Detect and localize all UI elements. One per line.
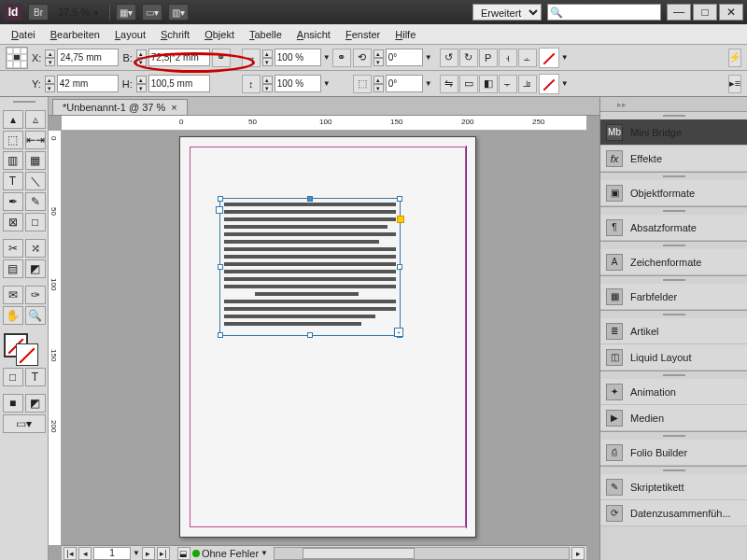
- scale-y-spinner[interactable]: ▴▾: [262, 76, 273, 92]
- close-tab-icon[interactable]: ×: [171, 102, 176, 113]
- stroke-swatch-icon[interactable]: [539, 74, 559, 94]
- fill-stroke-swatches[interactable]: [3, 332, 46, 366]
- align-icon[interactable]: ⫞: [499, 49, 517, 67]
- view-options-icon[interactable]: ▦▾: [116, 4, 136, 21]
- menu-object[interactable]: Objekt: [199, 27, 240, 42]
- line-tool[interactable]: ＼: [25, 172, 46, 190]
- first-page-button[interactable]: |◂: [63, 547, 77, 560]
- menu-view[interactable]: Ansicht: [291, 27, 336, 42]
- apply-gradient-icon[interactable]: ◩: [25, 394, 46, 413]
- arrange-icon[interactable]: ▥▾: [168, 4, 189, 21]
- out-port-icon[interactable]: [397, 216, 404, 223]
- formatting-container-icon[interactable]: □: [3, 368, 23, 386]
- menu-layout[interactable]: Layout: [109, 27, 151, 42]
- page-number-field[interactable]: [93, 547, 131, 560]
- panel-folio-builder[interactable]: ⎙Folio Builder: [600, 440, 747, 466]
- panel-menu-icon[interactable]: ▸≡: [728, 75, 741, 93]
- transform-tool[interactable]: ⤮: [25, 239, 46, 258]
- text-frame[interactable]: +: [219, 198, 401, 336]
- workspace-switcher[interactable]: Erweitert: [472, 4, 542, 21]
- rotate-spinner[interactable]: ▴▾: [374, 49, 384, 66]
- bridge-icon[interactable]: Br: [28, 4, 49, 21]
- preflight-status-label[interactable]: Ohne Fehler: [202, 548, 259, 559]
- last-page-button[interactable]: ▸|: [157, 547, 170, 560]
- w-spinner[interactable]: ▴▾: [136, 49, 147, 66]
- zoom-tool[interactable]: 🔍: [25, 306, 46, 325]
- y-spinner[interactable]: ▴▾: [45, 76, 55, 92]
- flip-h-icon[interactable]: ⇋: [440, 75, 458, 93]
- rectangle-tool[interactable]: □: [25, 213, 46, 231]
- prev-page-button[interactable]: ◂: [78, 547, 92, 560]
- direct-selection-tool[interactable]: ▵: [25, 110, 46, 129]
- panel-skriptetikett[interactable]: ✎Skriptetikett: [600, 474, 747, 500]
- x-spinner[interactable]: ▴▾: [45, 49, 55, 66]
- minimize-button[interactable]: —: [667, 4, 691, 21]
- panel-zeichenformate[interactable]: AZeichenformate: [600, 249, 747, 275]
- quick-apply-icon[interactable]: ⚡: [728, 49, 741, 67]
- panel-datenzusammenfuehrung[interactable]: ⟳Datenzusammenfüh...: [600, 500, 747, 526]
- constrain-scale-icon[interactable]: ⚭: [332, 49, 351, 67]
- select-container-icon[interactable]: ▭: [459, 75, 478, 93]
- horizontal-scrollbar[interactable]: [274, 547, 570, 560]
- x-field[interactable]: [57, 49, 119, 66]
- view-mode-icon[interactable]: ▭▾: [3, 414, 46, 433]
- panel-absatzformate[interactable]: ¶Absatzformate: [600, 215, 747, 241]
- pen-tool[interactable]: ✒: [3, 192, 23, 211]
- rectangle-frame-tool[interactable]: ⊠: [3, 213, 23, 231]
- screen-mode-icon[interactable]: ▭▾: [142, 4, 162, 21]
- align-v-icon[interactable]: ⫟: [499, 75, 517, 93]
- selection-tool[interactable]: ▴: [3, 110, 23, 129]
- next-page-button[interactable]: ▸: [142, 547, 155, 560]
- menu-help[interactable]: Hilfe: [389, 27, 421, 42]
- document-tab[interactable]: *Unbenannt-1 @ 37 %×: [52, 99, 188, 115]
- close-button[interactable]: ✕: [719, 4, 743, 21]
- panel-objektformate[interactable]: ▣Objektformate: [600, 180, 747, 206]
- in-port-icon[interactable]: [216, 206, 223, 214]
- hand-tool[interactable]: ✋: [3, 306, 23, 325]
- y-field[interactable]: [57, 75, 119, 92]
- scale-x-field[interactable]: [275, 49, 321, 66]
- gradient-swatch-tool[interactable]: ▤: [3, 259, 23, 278]
- collapse-panels-button[interactable]: ▸▸: [600, 97, 747, 112]
- gradient-feather-tool[interactable]: ◩: [25, 259, 46, 278]
- fill-swatch-icon[interactable]: [539, 48, 559, 68]
- vertical-ruler[interactable]: 0 50 100 150 200: [49, 131, 62, 545]
- content-collector-tool[interactable]: ▥: [3, 151, 23, 170]
- reference-point-grid[interactable]: [6, 47, 28, 69]
- distribute-v-icon[interactable]: ⫡: [518, 75, 537, 93]
- panel-liquid-layout[interactable]: ◫Liquid Layout: [600, 344, 747, 371]
- zoom-display[interactable]: 37,5 % ▼: [54, 7, 104, 18]
- pencil-tool[interactable]: ✎: [25, 192, 46, 211]
- shear-spinner[interactable]: ▴▾: [374, 76, 384, 92]
- page[interactable]: +: [179, 136, 476, 538]
- panel-artikel[interactable]: ≣Artikel: [600, 318, 747, 344]
- menu-type[interactable]: Schrift: [155, 27, 195, 42]
- help-search-input[interactable]: [547, 4, 661, 21]
- panel-mini-bridge[interactable]: MbMini Bridge: [600, 119, 747, 146]
- panel-farbfelder[interactable]: ▦Farbfelder: [600, 284, 747, 310]
- gap-tool[interactable]: ⇤⇥: [25, 131, 46, 149]
- type-tool[interactable]: T: [3, 172, 23, 190]
- menu-window[interactable]: Fenster: [340, 27, 386, 42]
- overset-plus-icon[interactable]: +: [394, 328, 403, 337]
- flip-p-icon[interactable]: P: [479, 49, 498, 67]
- eyedropper-tool[interactable]: ✑: [25, 286, 46, 304]
- panel-effekte[interactable]: fxEffekte: [600, 146, 747, 172]
- panel-medien[interactable]: ▶Medien: [600, 405, 747, 431]
- shear-field[interactable]: [386, 75, 423, 92]
- scissors-tool[interactable]: ✂: [3, 239, 23, 258]
- note-tool[interactable]: ✉: [3, 286, 23, 304]
- constrain-wh-icon[interactable]: ⚭: [212, 49, 231, 67]
- rotate-cw-icon[interactable]: ↻: [459, 49, 478, 67]
- content-placer-tool[interactable]: ▦: [25, 151, 46, 170]
- height-field[interactable]: [148, 75, 210, 92]
- scroll-right-button[interactable]: ▸: [571, 547, 585, 560]
- formatting-text-icon[interactable]: T: [25, 368, 46, 386]
- select-content-icon[interactable]: ◧: [479, 75, 498, 93]
- open-panel-button[interactable]: ⬓: [177, 547, 190, 560]
- menu-table[interactable]: Tabelle: [244, 27, 288, 42]
- page-tool[interactable]: ⬚: [3, 131, 23, 149]
- menu-file[interactable]: DDateiatei: [6, 27, 41, 42]
- scale-x-spinner[interactable]: ▴▾: [262, 49, 273, 66]
- panel-animation[interactable]: ✦Animation: [600, 379, 747, 405]
